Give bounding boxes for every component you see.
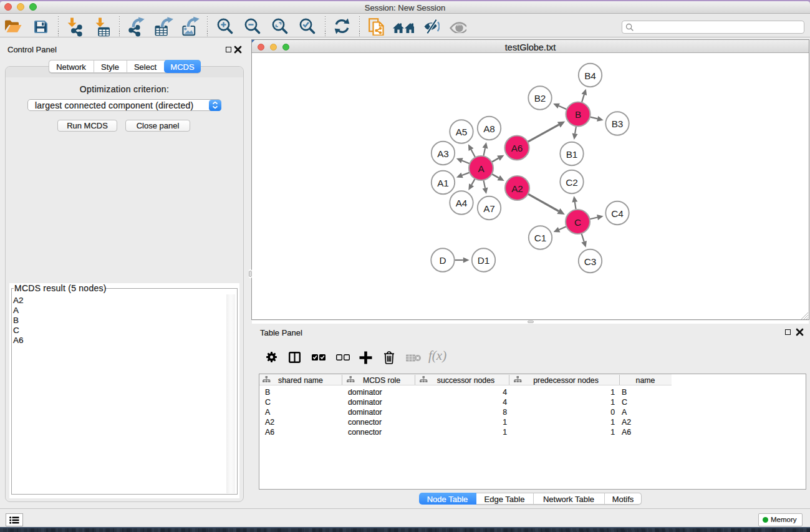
svg-text:C3: C3 [584,256,597,267]
svg-text:A2: A2 [511,183,523,194]
svg-text:B: B [575,109,581,120]
svg-text:B2: B2 [534,93,546,104]
svg-text:D: D [439,255,446,266]
svg-text:A7: A7 [483,203,495,214]
svg-text:D1: D1 [478,255,490,266]
svg-text:C: C [574,217,581,228]
svg-text:C4: C4 [611,208,624,219]
svg-text:B3: B3 [612,118,624,129]
svg-text:A8: A8 [483,123,495,134]
svg-text:B1: B1 [566,149,578,160]
svg-text:A4: A4 [456,198,468,208]
svg-text:A: A [478,163,485,174]
svg-text:C1: C1 [534,233,547,243]
svg-text:A1: A1 [437,178,449,188]
svg-text:A3: A3 [437,148,449,159]
svg-text:A5: A5 [456,127,468,137]
svg-text:A6: A6 [511,143,523,153]
svg-text:C2: C2 [566,177,578,188]
svg-text:B4: B4 [584,70,596,81]
